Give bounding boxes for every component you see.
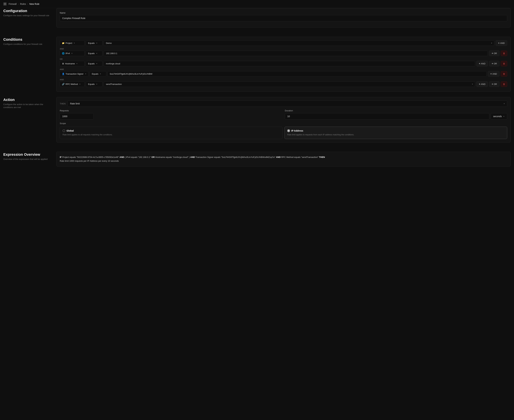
svg-rect-0 [4,3,6,3]
action-desc: Configure the action to be taken when th… [3,103,51,109]
condition-type-label-4: Transaction Signer [66,73,84,75]
expression-text: IF Project equals "50222688-9704-4c7a-89… [60,155,507,163]
conditions-right: 📁 Project ▾ Equals ▾ Demo ▾ + AND [56,37,511,92]
scope-global-desc: Rate limit applies to all requests match… [63,133,280,136]
duration-label: Duration [285,109,507,112]
trash-icon-2: 🗑 [503,52,505,55]
keyword-and-1: AND [119,156,124,158]
add-and-button-3[interactable]: + AND [477,61,488,66]
condition-type-5[interactable]: 🔗 RPC Method ▾ [60,82,85,87]
scope-ip-header: IP Address [287,129,504,132]
action-card: THEN Rate limit ▾ Requests Duration [56,97,511,142]
connector-and-3: AND [60,78,507,81]
operator-label-3: Equals [88,62,95,65]
add-or-button-3[interactable]: + OR [489,61,499,66]
action-value: Rate limit [70,102,80,105]
expr-part-2: ( IPv4 equals "192.168.0.1" [125,156,151,158]
add-and-button-4[interactable]: + AND [488,71,499,77]
breadcrumb-rules[interactable]: Rules [20,3,26,5]
configuration-section: Configuration Configure the basic settin… [3,8,511,31]
chevron-value-icon-5: ▾ [472,83,473,85]
folder-icon: 📁 [62,42,65,44]
expr-part-4: Transaction Signer equals "SoLFiHG9Tfgtd… [195,156,276,158]
conditions-title: Conditions [3,38,51,42]
sidebar-toggle[interactable] [3,2,7,6]
condition-type-2[interactable]: 🌐 IPv4 ▾ [60,51,85,56]
requests-label: Requests [60,109,282,112]
action-chevron-icon: ▾ [504,103,505,105]
add-and-button-1[interactable]: + AND [496,40,507,46]
expr-part-5: RPC Method equals "sendTransaction" [281,156,319,158]
globe-icon: 🌐 [62,52,65,55]
condition-type-label-1: Project [66,42,72,44]
chevron-down-icon: ▾ [74,42,75,44]
condition-operator-4[interactable]: Equals ▾ [90,71,106,77]
operator-label-1: Equals [88,42,95,44]
scope-label: Scope [60,122,507,125]
configuration-title: Configuration [3,9,51,13]
keyword-and-2: AND [190,156,195,158]
add-and-button-5[interactable]: + AND [477,81,488,87]
condition-type-4[interactable]: 👤 Transaction Signer ▾ [60,71,88,77]
expression-left: Expression Overview Overview of the expr… [3,152,51,161]
condition-value-1[interactable]: Demo ▾ [104,40,494,46]
expression-right: IF Project equals "50222688-9704-4c7a-89… [56,152,511,166]
condition-value-4[interactable] [108,71,487,77]
conditions-section: Conditions Configure conditions for your… [3,37,511,92]
breadcrumb-sep-1: › [18,3,19,5]
expression-card: IF Project equals "50222688-9704-4c7a-89… [56,152,511,166]
scope-ip-radio[interactable] [287,129,290,132]
condition-value-input-3[interactable] [106,62,473,65]
add-or-button-2[interactable]: + OR [489,51,499,56]
condition-operator-5[interactable]: Equals ▾ [86,82,102,87]
breadcrumb: Firewall › Rules › New Rule [0,0,514,8]
duration-unit-label: seconds [493,115,502,118]
requests-input[interactable] [60,113,94,120]
delete-button-3[interactable]: 🗑 [501,61,507,66]
delete-button-4[interactable]: 🗑 [501,71,507,77]
name-input[interactable] [60,15,507,21]
scope-option-global[interactable]: Global Rate limit applies to all request… [60,127,283,139]
breadcrumb-new-rule: New Rule [29,3,39,5]
duration-unit-select[interactable]: seconds ▾ [491,113,507,120]
action-section: Action Configure the action to be taken … [3,97,511,146]
condition-operator-3[interactable]: Equals ▾ [86,61,102,66]
expr-part-3: Hostname equals "ironforge.cloud" ) [155,156,190,158]
expression-desc: Overview of the expression that will be … [3,158,51,161]
chevron-down-icon-3: ▾ [76,63,77,65]
scope-global-header: Global [63,129,280,132]
condition-row-2: 🌐 IPv4 ▾ Equals ▾ + OR [60,51,507,56]
action-left: Action Configure the action to be taken … [3,97,51,109]
duration-input[interactable] [285,113,489,120]
condition-operator-2[interactable]: Equals ▾ [86,51,102,56]
condition-value-input-2[interactable] [106,52,486,55]
delete-button-2[interactable]: 🗑 [501,51,507,56]
condition-value-5[interactable]: sendTransaction ▾ [104,82,475,87]
chevron-down-icon-op-2: ▾ [96,52,97,54]
configuration-right: Name [56,8,511,31]
condition-type-3[interactable]: 🖥 Hostname ▾ [60,61,85,66]
action-title: Action [3,98,51,102]
condition-row-5: 🔗 RPC Method ▾ Equals ▾ sendTransaction … [60,81,507,87]
rate-limit-fields: Requests Duration seconds ▾ [60,109,507,120]
configuration-card: Name [56,8,511,28]
trash-icon-3: 🗑 [503,62,505,65]
condition-value-text-5: sendTransaction [106,83,122,85]
add-or-button-5[interactable]: + OR [489,81,499,87]
condition-operator-1[interactable]: Equals ▾ [86,40,102,46]
chevron-down-icon-2: ▾ [72,52,73,54]
delete-button-5[interactable]: 🗑 [501,82,507,87]
breadcrumb-firewall[interactable]: Firewall [9,3,16,5]
scope-options: Global Rate limit applies to all request… [60,127,507,139]
condition-value-2[interactable] [104,51,488,56]
condition-type-1[interactable]: 📁 Project ▾ [60,40,85,46]
condition-value-input-4[interactable] [110,73,484,75]
scope-option-ip[interactable]: IP Address Rate limit applies to request… [284,127,507,139]
keyword-or-1: OR [151,156,155,158]
then-label: THEN [60,102,66,105]
scope-global-radio[interactable] [63,129,65,132]
conditions-desc: Configure conditions for your firewall r… [3,43,51,46]
action-select[interactable]: Rate limit ▾ [67,100,507,107]
trash-icon-5: 🗑 [503,83,505,85]
condition-value-3[interactable] [104,61,475,66]
